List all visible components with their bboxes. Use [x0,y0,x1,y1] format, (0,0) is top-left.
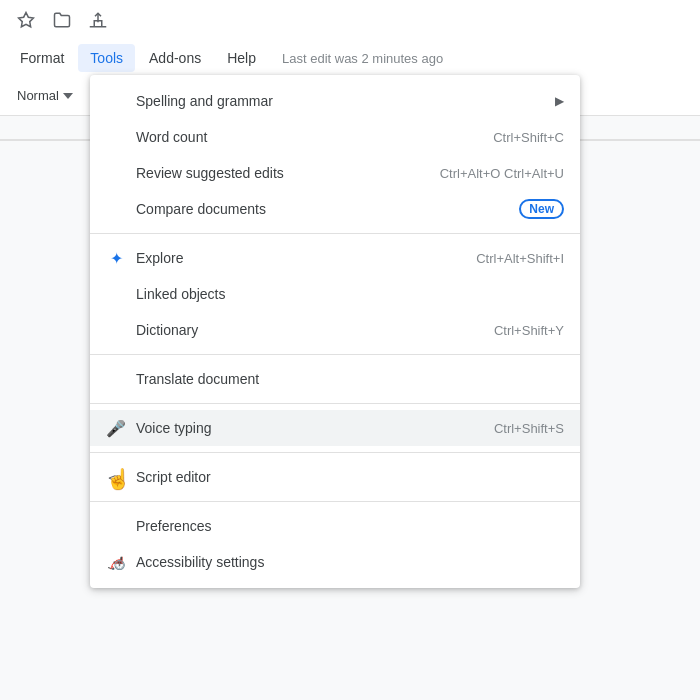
menu-section-3: Translate document [90,359,580,399]
menu-item-review-suggested[interactable]: Review suggested edits Ctrl+Alt+O Ctrl+A… [90,155,580,191]
menu-bar: Format Tools Add-ons Help Last edit was … [0,40,700,76]
divider-3 [90,403,580,404]
spelling-submenu-arrow: ▶ [555,94,564,108]
divider-2 [90,354,580,355]
menu-item-linked-objects[interactable]: Linked objects [90,276,580,312]
menu-item-script-editor[interactable]: <> Script editor [90,459,580,495]
tools-dropdown-menu: Spelling and grammar ▶ Word count Ctrl+S… [90,75,580,588]
menu-addons[interactable]: Add-ons [137,44,213,72]
divider-1 [90,233,580,234]
paragraph-style-selector[interactable]: Normal [8,81,82,111]
menu-section-6: Preferences 🦽 Accessibility settings [90,506,580,582]
star-icon[interactable] [12,6,40,34]
svg-marker-0 [19,13,34,27]
compare-new-badge: New [519,199,564,219]
divider-5 [90,501,580,502]
voice-typing-icon: 🎤 [106,419,126,438]
menu-item-translate[interactable]: Translate document [90,361,580,397]
icon-bar [0,0,700,40]
menu-item-word-count[interactable]: Word count Ctrl+Shift+C [90,119,580,155]
menu-format[interactable]: Format [8,44,76,72]
menu-section-2: ✦ Explore Ctrl+Alt+Shift+I Linked object… [90,238,580,350]
menu-help[interactable]: Help [215,44,268,72]
menu-item-preferences[interactable]: Preferences [90,508,580,544]
menu-section-1: Spelling and grammar ▶ Word count Ctrl+S… [90,81,580,229]
menu-tools[interactable]: Tools [78,44,135,72]
menu-item-voice-typing[interactable]: 🎤 Voice typing Ctrl+Shift+S [90,410,580,446]
menu-item-spelling-grammar[interactable]: Spelling and grammar ▶ [90,83,580,119]
menu-item-compare-documents[interactable]: Compare documents New [90,191,580,227]
cloud-icon[interactable] [84,6,112,34]
folder-icon[interactable] [48,6,76,34]
menu-section-5: <> Script editor [90,457,580,497]
menu-section-4: 🎤 Voice typing Ctrl+Shift+S [90,408,580,448]
menu-item-accessibility[interactable]: 🦽 Accessibility settings [90,544,580,580]
menu-item-dictionary[interactable]: Dictionary Ctrl+Shift+Y [90,312,580,348]
menu-item-explore[interactable]: ✦ Explore Ctrl+Alt+Shift+I [90,240,580,276]
svg-marker-2 [63,93,73,99]
explore-icon: ✦ [106,249,126,268]
divider-4 [90,452,580,453]
script-editor-icon: <> [106,470,126,485]
accessibility-icon: 🦽 [106,553,126,571]
last-edit-status: Last edit was 2 minutes ago [282,51,443,66]
